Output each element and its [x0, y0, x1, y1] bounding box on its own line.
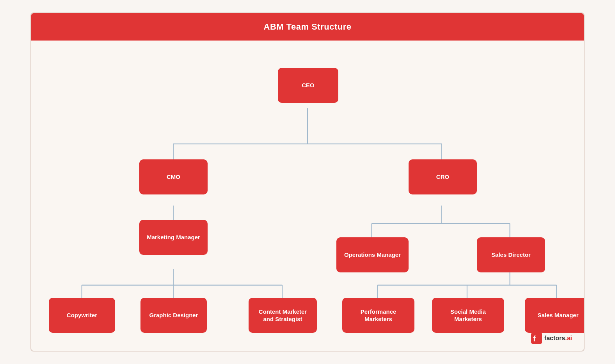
chart-header: ABM Team Structure: [31, 13, 584, 41]
node-graphic-designer: Graphic Designer: [140, 298, 207, 333]
chart-title: ABM Team Structure: [264, 22, 352, 32]
node-copywriter: Copywriter: [49, 298, 115, 333]
node-sales-director: Sales Director: [477, 237, 545, 272]
chart-area: CEO CMO CRO Marketing Manager Operations…: [31, 41, 584, 351]
node-cmo: CMO: [139, 159, 208, 194]
node-ceo: CEO: [278, 68, 338, 103]
logo-icon: f: [531, 333, 542, 344]
node-cro: CRO: [409, 159, 477, 194]
logo-dot: .ai: [565, 335, 572, 341]
svg-text:f: f: [533, 334, 536, 343]
node-social-media-marketers: Social Media Marketers: [432, 298, 504, 333]
node-performance-marketers: Performance Marketers: [342, 298, 414, 333]
node-marketing-manager: Marketing Manager: [139, 220, 208, 255]
node-operations-manager: Operations Manager: [336, 237, 409, 272]
node-sales-manager: Sales Manager: [525, 298, 585, 333]
logo-area: f factors.ai: [531, 333, 572, 344]
node-content-marketer: Content Marketer and Strategist: [249, 298, 317, 333]
logo-text: factors.ai: [544, 335, 572, 342]
org-chart-container: ABM Team Structure: [30, 12, 585, 352]
